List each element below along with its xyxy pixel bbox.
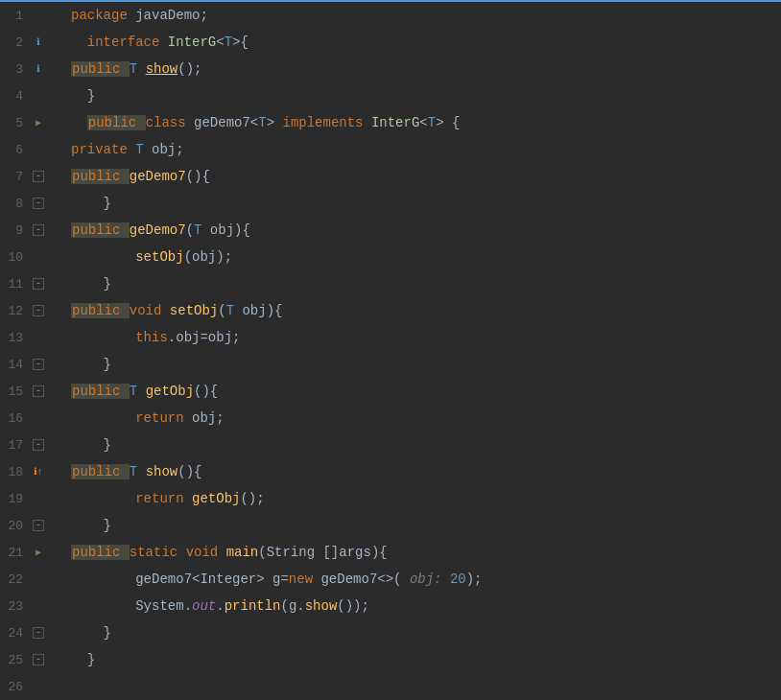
token-classname: obj <box>242 303 266 318</box>
line-gutter[interactable]: - <box>29 627 48 639</box>
token-punct: > g= <box>256 572 289 587</box>
code-line: 21 ▶ public static void main(String []ar… <box>0 539 781 566</box>
line-gutter[interactable]: ℹ↑ <box>29 466 48 478</box>
code-line: 9 - public geDemo7(T obj){ <box>0 217 781 244</box>
line-gutter[interactable]: - <box>29 198 48 209</box>
token-classname: obj; <box>152 142 184 157</box>
code-line: 1 package javaDemo; <box>0 2 781 29</box>
code-line: 12 - public void setObj(T obj){ <box>0 297 781 324</box>
line-number: 9 <box>0 223 29 238</box>
token-kw-public: public <box>71 169 130 184</box>
fold-icon[interactable]: - <box>33 520 44 531</box>
token-punct <box>71 410 135 426</box>
line-number: 16 <box>0 411 29 426</box>
token-method-underline: show <box>146 61 178 77</box>
token-punct: (){ <box>186 169 210 184</box>
line-gutter[interactable]: - <box>29 439 48 451</box>
code-content: geDemo7<Integer> g=new geDemo7<>( obj: 2… <box>67 572 781 587</box>
code-line: 18 ℹ↑ public T show(){ <box>0 458 781 485</box>
line-gutter[interactable]: - <box>29 305 48 316</box>
code-content: public static void main(String []args){ <box>67 545 781 560</box>
line-number: 24 <box>0 626 29 641</box>
code-content: public T getObj(){ <box>67 384 781 399</box>
code-content: return getObj(); <box>67 491 781 506</box>
token-kw-this: this <box>135 330 168 345</box>
line-gutter[interactable]: ▶ <box>29 117 48 128</box>
line-number: 26 <box>0 680 29 694</box>
token-typename: T <box>130 61 146 77</box>
code-content: } <box>67 518 781 533</box>
token-kw-public: public <box>71 464 130 479</box>
fold-icon[interactable]: - <box>33 654 44 665</box>
line-gutter[interactable]: ℹ <box>29 63 48 75</box>
token-typename: T <box>135 142 152 157</box>
fold-icon[interactable]: - <box>33 439 44 451</box>
fold-icon[interactable]: - <box>33 198 44 209</box>
token-typename: T <box>225 35 232 50</box>
token-kw-return: return <box>135 491 192 506</box>
fold-icon[interactable]: - <box>33 224 44 236</box>
fold-icon[interactable]: - <box>33 385 44 397</box>
token-method: setObj <box>135 249 183 265</box>
code-content: public void setObj(T obj){ <box>67 303 781 318</box>
token-kw-private: private <box>71 142 135 157</box>
token-classname: args <box>339 545 371 560</box>
token-kw-void: void <box>130 303 170 318</box>
token-kw-interface: interface <box>87 35 168 50</box>
token-punct: ( <box>258 545 266 560</box>
line-gutter[interactable]: ▶ <box>29 547 48 558</box>
code-content: public T show(){ <box>67 464 781 479</box>
code-line: 11 - } <box>0 270 781 297</box>
token-punct: } <box>71 357 111 372</box>
token-classname: javaDemo; <box>135 8 208 23</box>
token-punct <box>71 330 135 345</box>
token-punct: .obj=obj; <box>168 330 241 345</box>
fold-icon[interactable]: - <box>33 305 44 316</box>
gutter-arrow[interactable]: ▶ <box>36 117 41 128</box>
token-punct: [] <box>322 545 339 560</box>
token-kw-void: void <box>186 545 226 560</box>
fold-icon[interactable]: - <box>33 627 44 639</box>
code-content: } <box>67 357 781 372</box>
token-punct <box>71 491 135 506</box>
gutter-arrow[interactable]: ▶ <box>36 547 41 558</box>
token-punct: < <box>216 35 224 50</box>
code-line: 14 - } <box>0 351 781 378</box>
fold-icon[interactable]: - <box>33 359 44 370</box>
line-number: 20 <box>0 519 29 533</box>
line-number: 7 <box>0 170 29 184</box>
token-punct: (){ <box>194 384 218 399</box>
code-content: package javaDemo; <box>67 8 781 23</box>
token-classname: geDemo7 <box>135 572 192 587</box>
line-gutter[interactable]: - <box>29 278 48 290</box>
code-content: } <box>67 88 781 104</box>
line-gutter[interactable]: - <box>29 520 48 531</box>
line-gutter[interactable]: - <box>29 224 48 236</box>
code-line: 17 - } <box>0 432 781 458</box>
token-punct <box>71 249 135 265</box>
code-line: 20 - } <box>0 512 781 539</box>
line-gutter[interactable]: ℹ <box>29 36 48 48</box>
token-typename: T <box>130 384 146 399</box>
line-number: 11 <box>0 277 29 292</box>
line-number: 21 <box>0 546 29 560</box>
line-gutter[interactable]: - <box>29 385 48 397</box>
line-number: 13 <box>0 331 29 345</box>
line-number: 23 <box>0 599 29 614</box>
line-gutter[interactable]: - <box>29 654 48 665</box>
token-param-hint: obj: <box>410 572 442 587</box>
line-gutter[interactable]: - <box>29 171 48 182</box>
fold-icon[interactable]: - <box>33 171 44 182</box>
code-line: 15 - public T getObj(){ <box>0 378 781 405</box>
token-punct: (g. <box>280 598 304 614</box>
token-classname: System <box>135 598 183 614</box>
code-line: 24 - } <box>0 619 781 646</box>
token-punct: } <box>71 437 111 453</box>
line-number: 8 <box>0 197 29 211</box>
line-gutter[interactable]: - <box>29 359 48 370</box>
token-interface-name: InterG <box>168 35 216 50</box>
token-punct: ){ <box>234 222 250 238</box>
line-number: 6 <box>0 143 29 157</box>
token-method: getObj <box>192 491 240 506</box>
fold-icon[interactable]: - <box>33 278 44 290</box>
